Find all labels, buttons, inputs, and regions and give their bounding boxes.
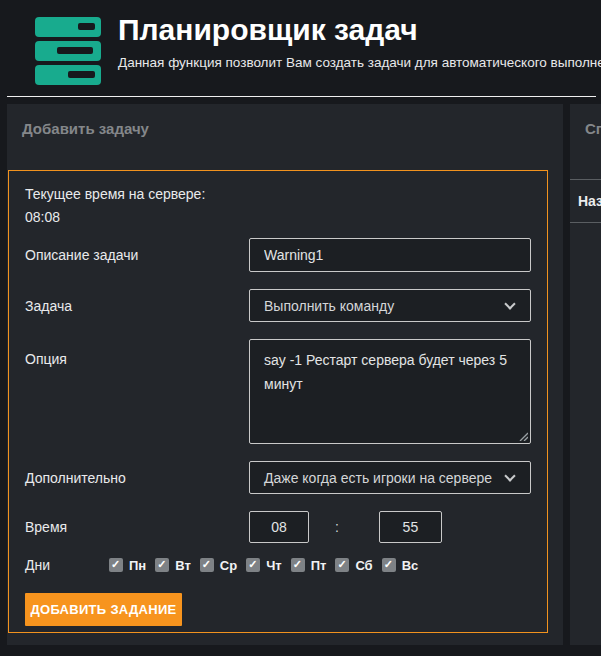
day-checkbox-sunday[interactable] <box>382 558 396 572</box>
task-select-value: Выполнить команду <box>264 298 394 314</box>
time-label: Время <box>25 519 249 535</box>
description-row: Описание задачи <box>25 238 531 272</box>
scheduler-server-icon <box>35 17 101 85</box>
time-minutes-input[interactable] <box>379 511 442 543</box>
day-label: Ср <box>220 558 237 573</box>
description-input[interactable] <box>249 238 531 272</box>
task-label: Задача <box>25 298 249 314</box>
add-task-heading: Добавить задачу <box>7 104 563 137</box>
page-subtitle: Данная функция позволит Вам создать зада… <box>118 55 601 70</box>
days-label: Дни <box>25 557 109 573</box>
task-list-panel: Список задач Название <box>570 104 601 645</box>
page-title: Планировщик задач <box>118 12 601 48</box>
add-task-form: Текущее время на сервере: 08:08 Описание… <box>8 170 548 633</box>
time-hours-input[interactable] <box>249 511 309 543</box>
option-row: Опция say -1 Рестарт сервера будет через… <box>25 339 531 444</box>
time-separator: : <box>335 519 339 535</box>
day-checkbox-friday[interactable] <box>291 558 305 572</box>
option-textarea[interactable]: say -1 Рестарт сервера будет через 5 мин… <box>249 339 531 444</box>
day-wednesday: Ср <box>200 558 237 573</box>
add-task-panel: Добавить задачу Текущее время на сервере… <box>7 104 563 645</box>
day-label: Вс <box>402 558 419 573</box>
server-time-label: Текущее время на сервере: <box>25 186 531 202</box>
day-checkbox-monday[interactable] <box>109 558 123 572</box>
page-header: Планировщик задач Данная функция позволи… <box>0 0 601 96</box>
day-label: Вт <box>175 558 191 573</box>
server-time-value: 08:08 <box>25 209 531 225</box>
extra-row: Дополнительно Даже когда есть игроки на … <box>25 461 531 494</box>
task-table-name-column-header: Название <box>570 179 601 223</box>
task-list-heading: Список задач <box>570 104 601 137</box>
server-bar-icon <box>35 17 101 37</box>
chevron-down-icon <box>504 470 515 481</box>
add-task-button[interactable]: ДОБАВИТЬ ЗАДАНИЕ <box>25 593 182 626</box>
day-label: Чт <box>266 558 282 573</box>
time-row: Время : <box>25 511 531 543</box>
task-row: Задача Выполнить команду <box>25 289 531 322</box>
day-checkbox-tuesday[interactable] <box>155 558 169 572</box>
extra-select[interactable]: Даже когда есть игроки на сервере <box>249 461 531 494</box>
day-label: Пн <box>129 558 146 573</box>
server-bar-icon <box>35 65 101 85</box>
day-sunday: Вс <box>382 558 419 573</box>
day-checkbox-wednesday[interactable] <box>200 558 214 572</box>
day-thursday: Чт <box>246 558 282 573</box>
days-row: Дни Пн Вт Ср Чт Пт Сб <box>25 557 531 573</box>
day-label: Пт <box>311 558 327 573</box>
day-label: Сб <box>355 558 372 573</box>
day-saturday: Сб <box>335 558 372 573</box>
day-friday: Пт <box>291 558 327 573</box>
extra-select-value: Даже когда есть игроки на сервере <box>264 470 492 486</box>
chevron-down-icon <box>504 298 515 309</box>
task-select[interactable]: Выполнить команду <box>249 289 531 322</box>
resize-handle-icon[interactable] <box>518 431 528 441</box>
description-label: Описание задачи <box>25 247 249 263</box>
extra-label: Дополнительно <box>25 470 249 486</box>
day-monday: Пн <box>109 558 146 573</box>
server-bar-icon <box>35 41 101 61</box>
day-tuesday: Вт <box>155 558 191 573</box>
day-checkbox-thursday[interactable] <box>246 558 260 572</box>
day-checkbox-saturday[interactable] <box>335 558 349 572</box>
header-divider <box>7 96 596 97</box>
option-label: Опция <box>25 339 249 367</box>
